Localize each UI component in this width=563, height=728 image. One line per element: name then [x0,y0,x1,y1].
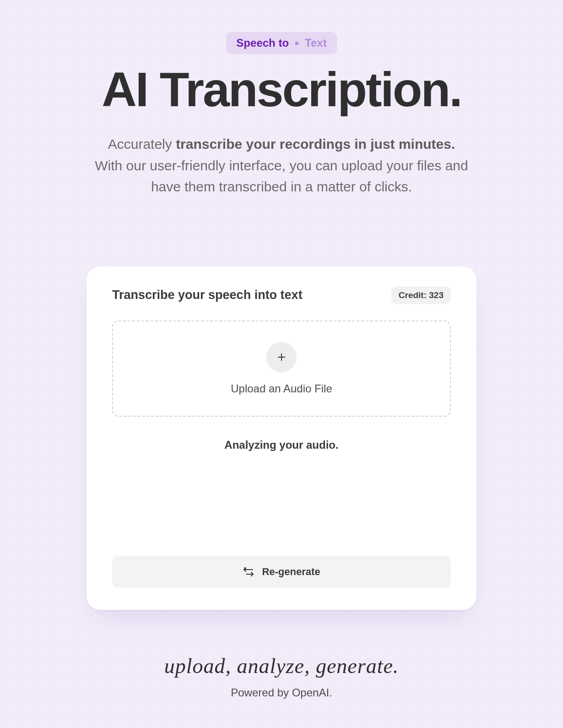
page: Speech to Text AI Transcription. Accurat… [0,0,563,727]
page-title: AI Transcription. [102,65,461,114]
upload-label: Upload an Audio File [231,382,332,395]
card-title: Transcribe your speech into text [112,288,303,302]
subcopy-post: With our user-friendly interface, you ca… [95,158,468,195]
transcription-card: Transcribe your speech into text Credit:… [87,266,476,610]
status-text: Analyzing your audio. [112,439,451,451]
waveform-visual [135,461,428,534]
card-header: Transcribe your speech into text Credit:… [112,287,451,304]
page-subtitle: Accurately transcribe your recordings in… [94,134,469,198]
footer-tagline: upload, analyze, generate. [164,654,399,678]
credit-badge: Credit: 323 [391,287,451,304]
swap-arrows-icon [243,567,254,577]
upload-dropzone[interactable]: Upload an Audio File [112,321,451,417]
subcopy-bold: transcribe your recordings in just minut… [176,136,455,152]
powered-by: Powered by OpenAI. [231,686,332,699]
regenerate-label: Re-generate [262,566,320,578]
add-file-button[interactable] [266,342,297,372]
regenerate-button[interactable]: Re-generate [112,556,451,588]
bullet-icon [295,42,298,45]
plus-icon [276,352,287,363]
category-pill: Speech to Text [226,32,336,54]
pill-right-text: Text [305,37,327,49]
pill-left-text: Speech to [236,37,289,49]
subcopy-pre: Accurately [108,136,176,152]
